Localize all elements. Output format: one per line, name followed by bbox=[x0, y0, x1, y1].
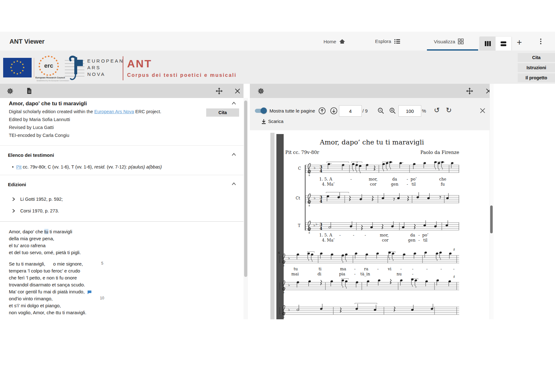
edizione-li-gotti[interactable]: Li Gotti 1952, p. 592; bbox=[12, 197, 63, 202]
il-progetto-button[interactable]: Il progetto bbox=[518, 73, 555, 83]
lyric-syllable: - bbox=[412, 267, 413, 271]
score-source: Pit cc. 79v-80r bbox=[285, 150, 319, 155]
lyric-syllable: mai bbox=[291, 272, 299, 276]
poem-line-10: ond’io vinto rimango, bbox=[9, 295, 186, 302]
pit-link[interactable]: Pit bbox=[16, 164, 22, 169]
ant-wordmark: ANT bbox=[127, 58, 152, 70]
zoom-in-icon[interactable] bbox=[389, 107, 396, 114]
comment-icon[interactable] bbox=[87, 290, 92, 294]
collapse-testimoni-chevron-icon[interactable] bbox=[231, 153, 236, 156]
erc-subtitle-2: Established by the European Commission bbox=[37, 80, 69, 82]
poem-line-2: della mia greve pena, bbox=[9, 235, 186, 242]
svg-text:♭: ♭ bbox=[316, 222, 318, 226]
rotate-cw-icon[interactable]: ↻ bbox=[446, 106, 452, 114]
left-panel-scrollbar-thumb[interactable] bbox=[244, 101, 247, 277]
zoom-out-icon[interactable] bbox=[378, 107, 384, 114]
next-page-icon[interactable] bbox=[330, 107, 337, 114]
svg-text:8: 8 bbox=[309, 174, 310, 177]
columns-layout-button[interactable] bbox=[480, 37, 496, 51]
list-icon bbox=[394, 39, 400, 44]
pdf-toolbar bbox=[250, 98, 493, 130]
staff: 8♭♭34 bbox=[305, 217, 459, 237]
download-label[interactable]: Scarica bbox=[268, 119, 283, 124]
credit-tei: TEI-encoded by Carla Congiu bbox=[9, 133, 69, 138]
svg-text:3: 3 bbox=[320, 165, 322, 169]
rotate-ccw-icon[interactable]: ↺ bbox=[434, 106, 440, 114]
grid-icon bbox=[458, 39, 464, 44]
ars-nova-wordmark: EUROPEAN ARS NOVA bbox=[87, 58, 124, 77]
poem-line-4: et del tuo servo, omé, pietà ti pigli. bbox=[9, 249, 186, 256]
toggle-knob[interactable] bbox=[261, 107, 267, 114]
lyric-syllable: gen bbox=[408, 238, 415, 242]
lyric-syllable: - bbox=[377, 267, 379, 271]
show-all-pages-label: Mostra tutte le pagine bbox=[269, 108, 315, 113]
lyric-syllable: da bbox=[392, 177, 397, 181]
download-icon[interactable] bbox=[261, 119, 266, 124]
european-ars-nova-link[interactable]: European Ars Nova bbox=[94, 109, 134, 114]
gear-icon[interactable] bbox=[258, 88, 264, 94]
score-author: Paolo da Firenze bbox=[396, 150, 459, 155]
collapse-edizioni-chevron-icon[interactable] bbox=[231, 182, 236, 186]
columns-icon bbox=[485, 41, 491, 46]
pdf-scan-edge bbox=[276, 134, 284, 319]
nav-visualizza[interactable]: Visualizza bbox=[434, 39, 464, 44]
lyric-syllable: 4. Ma’ bbox=[322, 238, 335, 242]
move-panel-icon[interactable] bbox=[466, 88, 473, 95]
lyric-syllable: - bbox=[400, 267, 402, 271]
lyric-syllable: - bbox=[339, 233, 341, 237]
close-left-panel-icon[interactable] bbox=[235, 88, 240, 94]
lyric-syllable: 4. Ma’ bbox=[322, 182, 335, 187]
nav-visualizza-label: Visualizza bbox=[434, 39, 455, 44]
edizioni-heading: Edizioni bbox=[8, 182, 26, 187]
istruzioni-button[interactable]: Istruzioni bbox=[518, 63, 555, 73]
poem-line-1: Amor, dapo’ che tu ti maravigli bbox=[9, 228, 186, 235]
lyric-syllable: tà_in bbox=[361, 272, 370, 276]
lyric-syllable: vi bbox=[388, 267, 391, 271]
eu-star: ★ bbox=[22, 69, 24, 72]
lyric-syllable: til bbox=[411, 182, 416, 187]
nav-home-label: Home bbox=[324, 39, 336, 44]
svg-text:♭: ♭ bbox=[288, 283, 290, 287]
gear-icon[interactable] bbox=[7, 88, 13, 94]
right-panel-header bbox=[250, 84, 493, 98]
lyric-syllable: 1. 5. A bbox=[319, 233, 332, 237]
pdf-scrollbar[interactable] bbox=[490, 84, 494, 319]
page-number-input[interactable] bbox=[339, 105, 362, 117]
poem-line-12: non voglio, Amor, che·ttu ti maravigli. bbox=[9, 309, 186, 316]
rows-layout-button[interactable] bbox=[496, 37, 511, 51]
zoom-percent-input[interactable] bbox=[398, 105, 421, 117]
overflow-menu-button[interactable] bbox=[540, 39, 541, 44]
erc-subtitle: European Research Council bbox=[35, 77, 65, 79]
rows-icon bbox=[501, 41, 506, 46]
close-pdf-icon[interactable] bbox=[479, 107, 486, 114]
ars-nova-line1: EUROPEAN bbox=[87, 58, 124, 64]
testimoni-item: • Pit cc. 79v-80r, C (vv. 1-6), T (vv. 1… bbox=[12, 164, 162, 169]
move-panel-icon[interactable] bbox=[216, 88, 223, 95]
page-total: / 9 bbox=[362, 108, 368, 113]
erc-logo-text: erc bbox=[44, 62, 53, 69]
ars-nova-glyph-logo bbox=[65, 55, 85, 82]
document-icon[interactable] bbox=[27, 88, 32, 94]
add-panel-button[interactable]: + bbox=[517, 37, 522, 47]
cita-banner-button[interactable]: Cita bbox=[518, 53, 555, 63]
lyric-syllable: - bbox=[407, 182, 408, 187]
nav-esplora[interactable]: Esplora bbox=[375, 39, 400, 44]
nav-home[interactable]: Home bbox=[324, 39, 345, 44]
lyric-syllable: cor bbox=[382, 238, 389, 242]
chevron-right-icon bbox=[12, 209, 15, 213]
edizione-label: Li Gotti 1952, p. 592; bbox=[20, 197, 63, 202]
edizione-corsi[interactable]: Corsi 1970, p. 273. bbox=[12, 208, 59, 213]
cita-panel-button[interactable]: Cita bbox=[206, 108, 239, 117]
lyric-syllable: fu bbox=[441, 182, 445, 187]
ant-viewer-app: { "colors":{"accent_red":"#bf544e","link… bbox=[0, 0, 555, 392]
collapse-title-chevron-icon[interactable] bbox=[231, 101, 236, 105]
svg-text:3: 3 bbox=[356, 161, 358, 164]
lyric-syllable: - bbox=[426, 267, 428, 271]
score-title: Amor, dapo’ che tu ti maravigli bbox=[285, 138, 459, 146]
testimoni-resid: resid. bbox=[94, 164, 105, 169]
svg-text:3: 3 bbox=[320, 223, 322, 227]
poem-highlight[interactable]: tu bbox=[44, 229, 48, 234]
pdf-scrollbar-thumb[interactable] bbox=[490, 205, 493, 233]
previous-page-icon[interactable] bbox=[318, 107, 326, 114]
eu-star: ★ bbox=[16, 60, 18, 63]
